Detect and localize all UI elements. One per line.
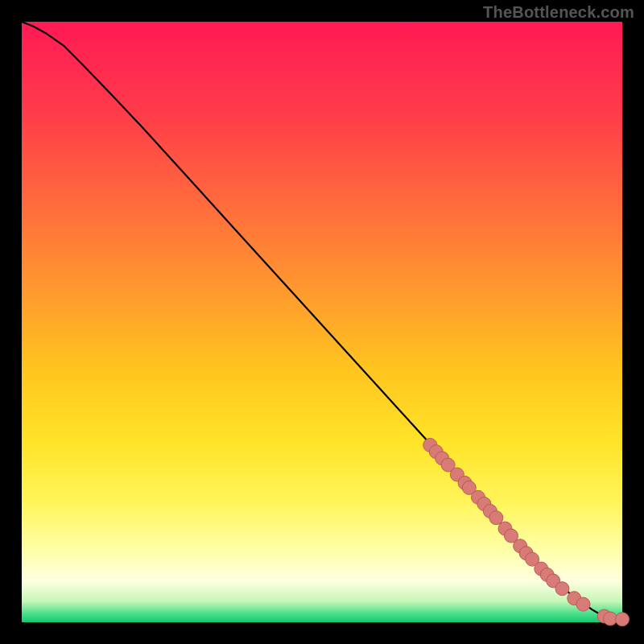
data-marker xyxy=(576,597,590,611)
chart-svg xyxy=(0,0,644,644)
data-marker xyxy=(489,511,503,525)
data-marker xyxy=(555,582,569,596)
chart-frame: TheBottleneck.com xyxy=(0,0,644,644)
plot-background xyxy=(22,22,622,622)
data-marker xyxy=(604,612,617,625)
data-marker xyxy=(616,613,630,626)
